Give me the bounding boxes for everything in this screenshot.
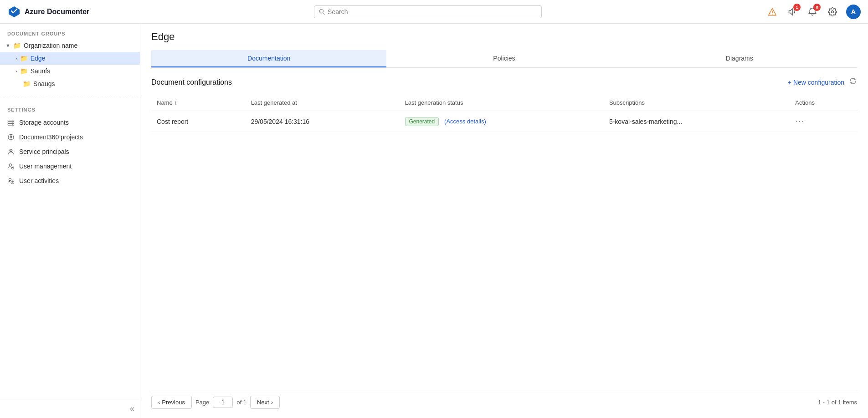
warning-icon (768, 7, 777, 16)
tab-documentation[interactable]: Documentation (151, 50, 386, 67)
svg-point-3 (772, 14, 773, 15)
doc360-label: Document360 projects (19, 133, 83, 141)
refresh-icon (849, 77, 857, 85)
configurations-table: Name ↑ Last generated at Last generation… (151, 95, 857, 391)
app-header: Azure Documenter 1 (0, 0, 868, 24)
sidebar-footer: « (0, 399, 140, 418)
chevron-right-icon: › (271, 399, 273, 406)
sidebar-item-user-mgmt[interactable]: User management (0, 159, 140, 173)
pagination: ‹ Previous Page of 1 Next › 1 - 1 of 1 i… (151, 391, 857, 409)
sidebar-item-snaugs[interactable]: 📁 Snaugs (0, 77, 140, 90)
sidebar-item-org[interactable]: ▼ 📁 Organization name (0, 39, 140, 52)
chevron-right-icon: › (15, 56, 17, 61)
content-title: Document configurations (151, 78, 232, 87)
pagination-controls: ‹ Previous Page of 1 Next › (151, 396, 280, 409)
warning-button[interactable] (766, 5, 779, 18)
access-details-link[interactable]: (Access details) (444, 118, 486, 125)
svg-rect-6 (8, 122, 14, 123)
storage-label: Storage accounts (19, 119, 69, 126)
folder-icon-snaugs: 📁 (23, 80, 31, 87)
search-input[interactable] (328, 8, 537, 15)
sidebar: DOCUMENT GROUPS ▼ 📁 Organization name › … (0, 24, 140, 418)
page-number-input[interactable] (213, 397, 233, 408)
sidebar-item-doc360[interactable]: Document360 projects (0, 130, 140, 144)
table-row: Cost report 29/05/2024 16:31:16 Generate… (151, 111, 857, 132)
sidebar-item-storage[interactable]: Storage accounts (0, 115, 140, 130)
user-avatar[interactable]: A (846, 5, 861, 19)
user-mgmt-label: User management (19, 163, 72, 170)
content-area: Document configurations + New configurat… (140, 68, 868, 418)
svg-rect-5 (8, 120, 14, 122)
svg-point-9 (12, 122, 13, 123)
sidebar-item-label-org: Organization name (24, 42, 77, 49)
announcement-button[interactable]: 1 (786, 5, 799, 18)
status-badge: Generated (405, 117, 439, 126)
header-actions: 1 8 A (766, 5, 861, 19)
folder-icon: 📁 (13, 42, 21, 49)
previous-button[interactable]: ‹ Previous (151, 396, 192, 409)
chevron-left-icon: ‹ (158, 399, 160, 406)
service-icon (7, 148, 15, 155)
document-groups-label: DOCUMENT GROUPS (0, 24, 140, 39)
svg-point-10 (12, 124, 13, 125)
sidebar-item-user-activities[interactable]: User activities (0, 173, 140, 188)
col-status: Last generation status (400, 95, 604, 111)
user-activities-label: User activities (19, 177, 59, 184)
sidebar-item-label-saunfs: Saunfs (31, 67, 51, 75)
notification-badge: 8 (813, 4, 821, 11)
user-mgmt-icon (7, 163, 15, 170)
svg-point-4 (832, 10, 834, 13)
collapse-sidebar-button[interactable]: « (130, 404, 134, 413)
tab-bar: Documentation Policies Diagrams (151, 50, 857, 68)
row-actions: ··· (790, 111, 857, 132)
sidebar-item-saunfs[interactable]: › 📁 Saunfs (0, 65, 140, 77)
storage-icon (7, 119, 15, 126)
row-subscriptions: 5-kovai-sales-marketing... (604, 111, 790, 132)
search-bar[interactable] (314, 5, 542, 18)
app-title: Azure Documenter (25, 8, 89, 16)
main-header: Edge Documentation Policies Diagrams (140, 24, 868, 68)
row-name: Cost report (151, 111, 246, 132)
doc360-icon (7, 133, 15, 141)
svg-rect-7 (8, 124, 14, 125)
row-status: Generated (Access details) (400, 111, 604, 132)
tab-diagrams[interactable]: Diagrams (622, 50, 857, 67)
search-icon (319, 9, 325, 15)
folder-icon-saunfs: 📁 (20, 67, 28, 75)
sidebar-item-label-edge: Edge (31, 55, 46, 62)
notification-button[interactable]: 8 (806, 5, 819, 18)
content-header: Document configurations + New configurat… (151, 77, 857, 87)
gear-icon (828, 7, 837, 16)
refresh-button[interactable] (849, 77, 857, 87)
announcement-badge: 1 (793, 4, 801, 11)
settings-label: SETTINGS (0, 100, 140, 115)
tab-policies[interactable]: Policies (386, 50, 621, 67)
svg-point-18 (9, 178, 11, 181)
of-label: of 1 (236, 399, 247, 406)
svg-point-16 (9, 164, 11, 166)
row-last-generated: 29/05/2024 16:31:16 (246, 111, 400, 132)
col-name: Name ↑ (151, 95, 246, 111)
row-actions-button[interactable]: ··· (795, 117, 805, 126)
next-button[interactable]: Next › (250, 396, 280, 409)
folder-icon-edge: 📁 (20, 55, 28, 62)
new-configuration-button[interactable]: + New configuration (788, 79, 844, 86)
sidebar-item-edge[interactable]: › 📁 Edge (0, 52, 140, 65)
svg-line-1 (323, 13, 324, 14)
content-actions: + New configuration (788, 77, 857, 87)
user-activity-icon (7, 177, 15, 184)
main-content: Edge Documentation Policies Diagrams Doc… (140, 24, 868, 418)
app-logo: Azure Documenter (7, 5, 89, 19)
settings-button[interactable] (826, 5, 839, 18)
logo-icon (7, 5, 21, 19)
col-last-generated: Last generated at (246, 95, 400, 111)
main-layout: DOCUMENT GROUPS ▼ 📁 Organization name › … (0, 24, 868, 418)
chevron-right-icon-saunfs: › (15, 68, 17, 74)
col-subscriptions: Subscriptions (604, 95, 790, 111)
sidebar-item-service[interactable]: Service principals (0, 144, 140, 159)
svg-point-12 (10, 136, 12, 138)
page-title: Edge (151, 31, 857, 43)
svg-point-15 (10, 150, 11, 151)
chevron-down-icon: ▼ (5, 43, 10, 48)
sidebar-item-label-snaugs: Snaugs (33, 80, 55, 87)
